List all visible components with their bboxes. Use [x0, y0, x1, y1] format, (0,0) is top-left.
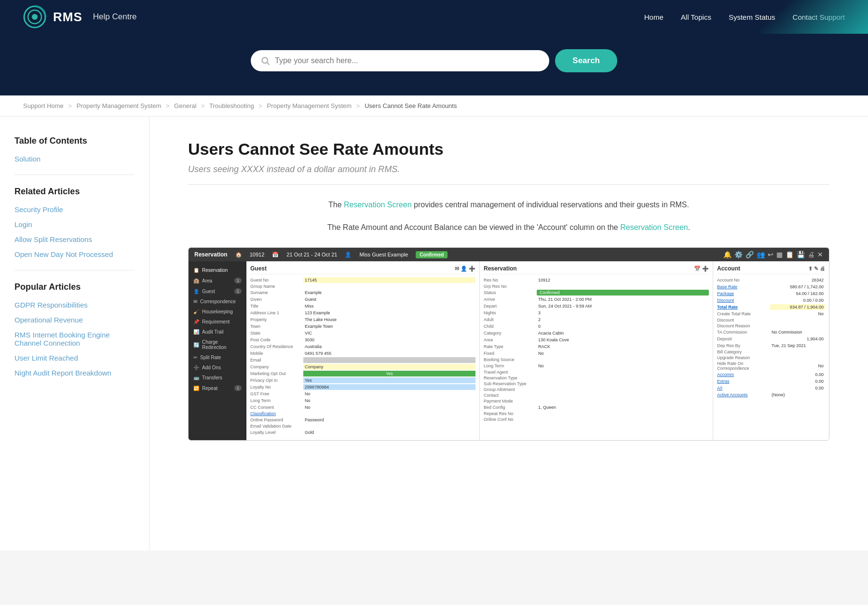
res-reservation-title: Reservation — [484, 265, 517, 272]
res-field-nights: Nights 3 — [484, 310, 709, 316]
sidebar-divider-2 — [14, 270, 135, 270]
res-field-status: Status Confirmed — [484, 290, 709, 296]
res-field-payment-mode: Payment Mode — [484, 399, 709, 403]
res-bar-person-icon: 👤 — [345, 252, 352, 258]
res-nav-correspondence[interactable]: ✉ Correspondence — [189, 296, 246, 307]
search-input-container — [251, 50, 549, 71]
res-field-email: Email ████████ — [250, 357, 475, 363]
breadcrumb-troubleshooting[interactable]: Troubleshooting — [209, 102, 254, 109]
breadcrumb-sep-3: > — [201, 102, 205, 109]
res-nav-badge-repeat: 1 — [234, 385, 242, 391]
breadcrumb-pms2[interactable]: Property Management System — [267, 102, 352, 109]
res-nav-area[interactable]: 🏨 Area 1 — [189, 275, 246, 286]
top-navigation: RMS Help Centre Home All Topics System S… — [0, 0, 868, 34]
res-guest-panel: Guest ✉ 👤 ➕ Guest No 17145 Group Name Su… — [246, 261, 480, 440]
res-nav-icon-addons: ➕ — [193, 365, 199, 370]
sidebar-popular-gdpr[interactable]: GDPR Responsibilities — [14, 301, 135, 309]
nav-home[interactable]: Home — [644, 13, 664, 21]
res-nav-icon-guest: 👤 — [193, 289, 199, 294]
res-nav: 📋 Reservation 🏨 Area 1 👤 Guest 1 ✉ — [189, 261, 246, 440]
res-field-title: Title Miss — [250, 303, 475, 309]
res-nav-requirement[interactable]: 📌 Requirement — [189, 317, 246, 327]
res-nav-icon-requirement: 📌 — [193, 319, 199, 324]
article-title: Users Cannot See Rate Amounts — [188, 140, 829, 159]
res-reservation-panel: Reservation 📅 ➕ Res No 10912 Grp Res No … — [480, 261, 713, 440]
res-field-state: State VIC — [250, 330, 475, 336]
res-account-package: Package 54.00 / 162.00 — [717, 291, 825, 296]
res-icon-print: 🖨 — [808, 251, 814, 258]
svg-point-3 — [262, 57, 268, 63]
breadcrumb-support-home[interactable]: Support Home — [23, 102, 64, 109]
res-field-online-password: Online Password Password — [250, 417, 475, 423]
res-field-loyalty-no: Loyalty No 2996780984 — [250, 384, 475, 390]
sidebar-related-open-new-day[interactable]: Open New Day Not Processed — [14, 250, 135, 258]
res-panels: 📋 Reservation 🏨 Area 1 👤 Guest 1 ✉ — [189, 261, 829, 440]
res-nav-audit-trail[interactable]: 📊 Audit Trail — [189, 327, 246, 337]
nav-contact-support[interactable]: Contact Support — [793, 13, 845, 21]
res-nav-label-audit: Audit Trail — [202, 329, 223, 335]
reservation-screen-link-1[interactable]: Reservation Screen — [344, 201, 412, 209]
res-field-classification: Classification — [250, 411, 475, 416]
res-nav-label-guest: Guest — [202, 289, 215, 294]
res-account-accomm: Accomm 0.00 — [717, 372, 825, 377]
res-field-fixed: Fixed No — [484, 350, 709, 356]
sidebar-popular-user-limit[interactable]: User Limit Reached — [14, 354, 135, 362]
res-account-upgrade-reason: Upgrade Reason — [717, 355, 825, 360]
related-articles-title: Related Articles — [14, 187, 135, 197]
breadcrumb-sep-2: > — [166, 102, 170, 109]
sidebar-toc-solution[interactable]: Solution — [14, 155, 135, 163]
para1-prefix: The — [328, 201, 344, 209]
sidebar-related-allow-split[interactable]: Allow Split Reservations — [14, 235, 135, 243]
sidebar-popular-night-audit[interactable]: Night Audit Report Breakdown — [14, 369, 135, 377]
res-field-company: Company Company — [250, 364, 475, 370]
nav-all-topics[interactable]: All Topics — [681, 13, 711, 21]
res-icon-arrow: ↩ — [768, 251, 773, 258]
sidebar-related-security-profile[interactable]: Security Profile — [14, 205, 135, 214]
res-account-ai: A/I 0.00 — [717, 385, 825, 391]
nav-system-status[interactable]: System Status — [729, 13, 775, 21]
reservation-screen-link-2[interactable]: Reservation Screen — [620, 223, 688, 231]
breadcrumb-sep-4: > — [258, 102, 262, 109]
search-button[interactable]: Search — [555, 49, 617, 72]
res-nav-charge-redirection[interactable]: 🔄 Charge Redirection — [189, 337, 246, 352]
help-centre-label: Help Centre — [93, 12, 137, 22]
sidebar-related-login[interactable]: Login — [14, 220, 135, 229]
res-guest-icons: ✉ 👤 ➕ — [455, 266, 475, 272]
res-icon-bell: 🔔 — [723, 251, 732, 258]
search-input[interactable] — [275, 56, 540, 65]
res-field-town: Town Example Town — [250, 323, 475, 329]
sidebar-popular-rms-ibe[interactable]: RMS Internet Booking Engine Channel Conn… — [14, 331, 135, 347]
logo-rms-text: RMS — [53, 10, 82, 25]
res-field-long-term-res: Long Term No — [484, 363, 709, 369]
sidebar-popular-operational-revenue[interactable]: Operational Revenue — [14, 316, 135, 324]
res-field-mobile: Mobile 0491 579 455 — [250, 350, 475, 356]
article-subtitle: Users seeing XXXX instead of a dollar am… — [188, 164, 829, 185]
res-account-extras: Extras 0.00 — [717, 378, 825, 384]
res-field-arrive: Arrive Thu, 21 Oct 2021 - 2:00 PM — [484, 296, 709, 302]
res-bar-guest-name: Miss Guest Example — [359, 252, 408, 257]
res-nav-repeat[interactable]: 🔁 Repeat 1 — [189, 383, 246, 393]
res-nav-label-charge: Charge Redirection — [202, 339, 242, 350]
res-account-create-total: Create Total Rate No — [717, 311, 825, 317]
breadcrumb-current: Users Cannot See Rate Amounts — [365, 102, 457, 109]
res-nav-label-reservation: Reservation — [202, 268, 228, 273]
res-nav-transfers[interactable]: 🚌 Transfers — [189, 373, 246, 383]
para1-suffix: provides central management of individua… — [412, 201, 689, 209]
res-account-bill-category: Bill Category — [717, 350, 825, 354]
breadcrumb-pms[interactable]: Property Management System — [77, 102, 162, 109]
res-top-bar: Reservation 🏠 10912 📅 21 Oct 21 - 24 Oct… — [189, 248, 829, 261]
res-account-panel-header: Account ⬆ ✎ 🖨 — [717, 265, 825, 274]
res-nav-guest[interactable]: 👤 Guest 1 — [189, 286, 246, 296]
res-field-category: Category Acacia Cabin — [484, 330, 709, 336]
res-account-ta-commission: TA Commission No Commission — [717, 329, 825, 335]
breadcrumb-general[interactable]: General — [174, 102, 196, 109]
article-para-2: The Rate Amount and Account Balance can … — [188, 221, 829, 234]
res-top-icons: 🔔 ⚙️ 🔗 👥 ↩ ▦ 📋 💾 🖨 ✕ — [723, 251, 823, 258]
res-account-total-rate: Total Rate 634.87 / 1,904.00 — [717, 304, 825, 310]
res-nav-add-ons[interactable]: ➕ Add Ons — [189, 363, 246, 373]
res-nav-split-rate[interactable]: ✂ Split Rate — [189, 352, 246, 363]
res-nav-reservation[interactable]: 📋 Reservation — [189, 265, 246, 275]
res-icon-person: 👥 — [757, 251, 765, 258]
res-nav-housekeeping[interactable]: 🧹 Housekeeping — [189, 307, 246, 317]
res-field-group-name: Group Name — [250, 284, 475, 289]
